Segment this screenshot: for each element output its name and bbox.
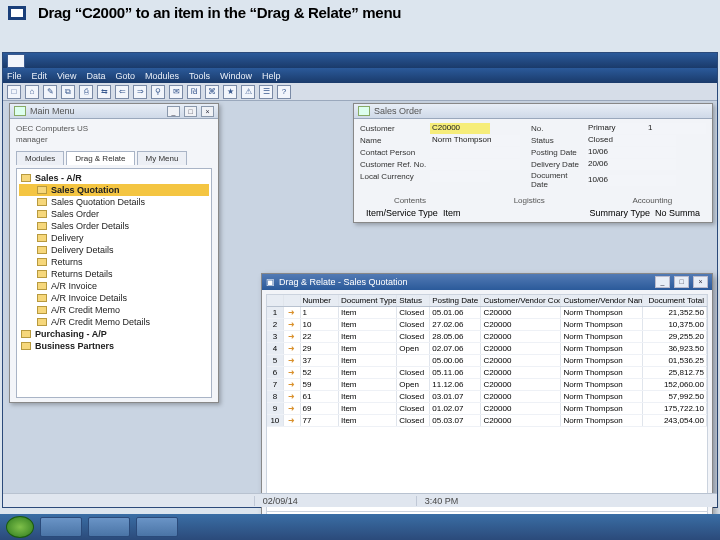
menu-goto[interactable]: Goto (115, 71, 135, 81)
field-no[interactable]: 1 (646, 123, 706, 134)
table-row[interactable]: 4➜29ItemOpen02.07.06C20000Norm Thompson3… (267, 343, 707, 355)
tree-item[interactable]: Returns (19, 256, 209, 268)
col-status[interactable]: Status (397, 295, 430, 306)
link-arrow-icon[interactable]: ➜ (284, 319, 301, 330)
table-row[interactable]: 9➜69ItemClosed01.02.07C20000Norm Thompso… (267, 403, 707, 415)
link-arrow-icon[interactable]: ➜ (284, 415, 301, 426)
field-docdate[interactable]: 10/06 (586, 175, 676, 186)
cell-doctotal: 152,060.00 (643, 379, 707, 390)
tree-item[interactable]: A/R Invoice (19, 280, 209, 292)
menu-file[interactable]: File (7, 71, 22, 81)
taskbar-item[interactable] (40, 517, 82, 537)
field-customer[interactable]: C20000 (430, 123, 490, 134)
toolbar-icon[interactable]: ★ (223, 85, 237, 99)
menu-view[interactable]: View (57, 71, 76, 81)
subtab-contents[interactable]: Contents (394, 196, 426, 205)
link-arrow-icon[interactable]: ➜ (284, 391, 301, 402)
toolbar-icon[interactable]: ₪ (187, 85, 201, 99)
col-postdate[interactable]: Posting Date (430, 295, 481, 306)
menu-data[interactable]: Data (86, 71, 105, 81)
toolbar-icon[interactable]: □ (7, 85, 21, 99)
minimize-button[interactable]: _ (655, 276, 670, 288)
minimize-button[interactable]: _ (167, 106, 180, 117)
tab-modules[interactable]: Modules (16, 151, 64, 165)
cell-doctype: Item (339, 355, 397, 366)
tree-item[interactable]: Delivery (19, 232, 209, 244)
link-arrow-icon[interactable]: ➜ (284, 367, 301, 378)
link-arrow-icon[interactable]: ➜ (284, 307, 301, 318)
tree-item[interactable]: Returns Details (19, 268, 209, 280)
toolbar-icon[interactable]: ⇒ (133, 85, 147, 99)
table-row[interactable]: 1➜1ItemClosed05.01.06C20000Norm Thompson… (267, 307, 707, 319)
field-posting[interactable]: 10/06 (586, 147, 676, 158)
toolbar-icon[interactable]: ⌘ (205, 85, 219, 99)
subtab-logistics[interactable]: Logistics (514, 196, 545, 205)
subtab-accounting[interactable]: Accounting (633, 196, 673, 205)
menu-edit[interactable]: Edit (32, 71, 48, 81)
field-delivery[interactable]: 20/06 (586, 159, 676, 170)
tree-category-sales[interactable]: Sales - A/R (19, 172, 209, 184)
tab-my-menu[interactable]: My Menu (137, 151, 188, 165)
link-arrow-icon[interactable]: ➜ (284, 379, 301, 390)
table-row[interactable]: 7➜59ItemOpen11.12.06C20000Norm Thompson1… (267, 379, 707, 391)
link-arrow-icon[interactable]: ➜ (284, 331, 301, 342)
toolbar-icon[interactable]: ⌂ (25, 85, 39, 99)
toolbar-icon[interactable]: ⇆ (97, 85, 111, 99)
table-row[interactable]: 2➜10ItemClosed27.02.06C20000Norm Thompso… (267, 319, 707, 331)
menu-window[interactable]: Window (220, 71, 252, 81)
tab-drag-relate[interactable]: Drag & Relate (66, 151, 134, 165)
tree-item[interactable]: Sales Order Details (19, 220, 209, 232)
col-doctotal[interactable]: Document Total (643, 295, 707, 306)
table-row[interactable]: 8➜61ItemClosed03.01.07C20000Norm Thompso… (267, 391, 707, 403)
toolbar-icon[interactable]: ? (277, 85, 291, 99)
cell-status (397, 355, 430, 366)
table-row[interactable]: 3➜22ItemClosed28.05.06C20000Norm Thompso… (267, 331, 707, 343)
tree-item[interactable]: Sales Order (19, 208, 209, 220)
field-custref[interactable] (430, 159, 520, 170)
field-name[interactable]: Norm Thompson (430, 135, 520, 146)
cell-number: 77 (301, 415, 339, 426)
tree-item[interactable]: Sales Quotation Details (19, 196, 209, 208)
tree-category-bp[interactable]: Business Partners (19, 340, 209, 352)
toolbar-icon[interactable]: ⎙ (79, 85, 93, 99)
cell-doctotal: 57,992.50 (643, 391, 707, 402)
toolbar-icon[interactable]: ⇐ (115, 85, 129, 99)
table-row[interactable]: 10➜77ItemClosed05.03.07C20000Norm Thomps… (267, 415, 707, 427)
tree-item[interactable]: Delivery Details (19, 244, 209, 256)
field-contact[interactable] (430, 147, 520, 158)
tree-item[interactable]: A/R Credit Memo Details (19, 316, 209, 328)
menu-tools[interactable]: Tools (189, 71, 210, 81)
close-button[interactable]: × (201, 106, 214, 117)
toolbar-icon[interactable]: ⚲ (151, 85, 165, 99)
maximize-button[interactable]: □ (674, 276, 689, 288)
cell-status: Open (397, 379, 430, 390)
field-primary[interactable]: Primary (586, 123, 646, 134)
col-cvname[interactable]: Customer/Vendor Name (561, 295, 643, 306)
link-arrow-icon[interactable]: ➜ (284, 343, 301, 354)
taskbar-item[interactable] (136, 517, 178, 537)
tree-item[interactable]: A/R Invoice Details (19, 292, 209, 304)
toolbar-icon[interactable]: ✎ (43, 85, 57, 99)
table-row[interactable]: 5➜37Item05.00.06C20000Norm Thompson01,53… (267, 355, 707, 367)
col-number[interactable]: Number (301, 295, 339, 306)
taskbar-item[interactable] (88, 517, 130, 537)
window-icon (14, 106, 26, 116)
field-currency[interactable] (430, 171, 490, 182)
col-cvcode[interactable]: Customer/Vendor Code (481, 295, 561, 306)
link-arrow-icon[interactable]: ➜ (284, 403, 301, 414)
col-doctype[interactable]: Document Type (339, 295, 397, 306)
menu-modules[interactable]: Modules (145, 71, 179, 81)
toolbar-icon[interactable]: ⧉ (61, 85, 75, 99)
table-row[interactable]: 6➜52ItemClosed05.11.06C20000Norm Thompso… (267, 367, 707, 379)
toolbar-icon[interactable]: ☰ (259, 85, 273, 99)
tree-item[interactable]: A/R Credit Memo (19, 304, 209, 316)
tree-item-sales-quotation[interactable]: Sales Quotation (19, 184, 209, 196)
start-button[interactable] (6, 516, 34, 538)
toolbar-icon[interactable]: ✉ (169, 85, 183, 99)
close-button[interactable]: × (693, 276, 708, 288)
maximize-button[interactable]: □ (184, 106, 197, 117)
link-arrow-icon[interactable]: ➜ (284, 355, 301, 366)
menu-help[interactable]: Help (262, 71, 281, 81)
toolbar-icon[interactable]: ⚠ (241, 85, 255, 99)
tree-category-purchasing[interactable]: Purchasing - A/P (19, 328, 209, 340)
